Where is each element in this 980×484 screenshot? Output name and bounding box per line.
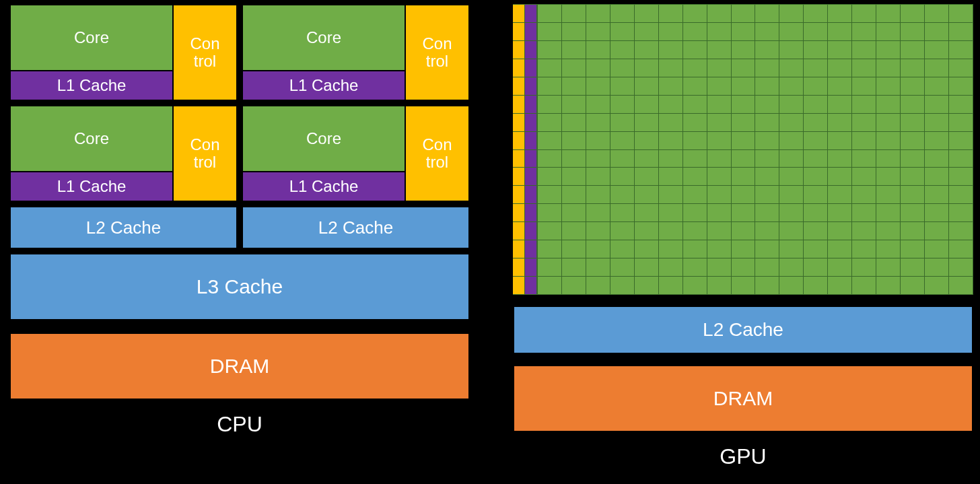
gpu-core-cell (635, 41, 659, 59)
gpu-core-cell (804, 186, 828, 204)
gpu-core-cell (804, 23, 828, 41)
gpu-core-cell (901, 114, 925, 132)
gpu-core-cell (925, 23, 949, 41)
gpu-core-cell (828, 222, 852, 240)
gpu-core-cell (828, 150, 852, 168)
gpu-core-cell (901, 41, 925, 59)
gpu-core-cell (562, 277, 586, 295)
gpu-core-cell (683, 258, 707, 277)
cpu-l1-cache: L1 Cache (243, 172, 405, 201)
gpu-core-cell (707, 258, 732, 277)
gpu-core-cell (610, 258, 635, 277)
gpu-core-cell (586, 96, 610, 114)
gpu-core-cell (586, 41, 610, 59)
gpu-core-cell (683, 96, 707, 114)
gpu-core-cell (659, 23, 683, 41)
gpu-core-cell (586, 204, 610, 222)
gpu-core-cell (876, 168, 901, 186)
gpu-core-cell (828, 77, 852, 96)
gpu-mini-l1 (525, 23, 537, 40)
gpu-core-cell (562, 222, 586, 240)
gpu-core-cell (683, 240, 707, 258)
gpu-mini-control (513, 5, 525, 22)
gpu-core-cell (562, 41, 586, 59)
gpu-l2-cache: L2 Cache (513, 306, 973, 354)
gpu-core-cell (659, 5, 683, 23)
gpu-mini-row (513, 77, 537, 96)
gpu-mini-l1 (525, 186, 537, 203)
gpu-core-cell (804, 114, 828, 132)
gpu-core-cell (779, 277, 804, 295)
gpu-mini-control (513, 96, 525, 113)
cpu-control: Control (172, 106, 236, 201)
cpu-core-block: Core L1 Cache Control (242, 4, 470, 101)
gpu-core-cell (707, 204, 732, 222)
gpu-core-cell (901, 150, 925, 168)
gpu-core-cell (707, 5, 732, 23)
gpu-core-cell (635, 114, 659, 132)
gpu-mini-row (513, 186, 537, 204)
gpu-mini-control (513, 77, 525, 95)
gpu-core-cell (925, 132, 949, 150)
gpu-core-cell (562, 77, 586, 96)
gpu-core-cell (538, 240, 562, 258)
gpu-core-cell (755, 168, 779, 186)
gpu-core-cell (610, 77, 635, 96)
gpu-core-cell (635, 5, 659, 23)
gpu-core-cell (635, 222, 659, 240)
gpu-core-cell (635, 23, 659, 41)
gpu-core-cell (659, 59, 683, 77)
gpu-core-cell (610, 5, 635, 23)
gpu-core-cell (901, 96, 925, 114)
gpu-core-cell (755, 5, 779, 23)
gpu-mini-l1 (525, 96, 537, 113)
gpu-core-cell (852, 5, 876, 23)
gpu-core-cell (732, 114, 756, 132)
gpu-mini-row (513, 240, 537, 258)
gpu-core-cell (755, 150, 779, 168)
gpu-core-cell (852, 59, 876, 77)
gpu-core-cell (876, 222, 901, 240)
gpu-core-cell (852, 277, 876, 295)
gpu-core-cell (538, 186, 562, 204)
cpu-core-row-2: Core L1 Cache Control Core L1 Cache Cont… (9, 105, 470, 202)
gpu-core-cell (804, 41, 828, 59)
gpu-core-cell (925, 150, 949, 168)
gpu-core-cell (779, 5, 804, 23)
gpu-mini-l1 (525, 59, 537, 77)
gpu-core-cell (949, 186, 973, 204)
gpu-core-cell (828, 23, 852, 41)
gpu-core-cell (683, 132, 707, 150)
gpu-core-cell (925, 114, 949, 132)
gpu-core-cell (562, 132, 586, 150)
gpu-core-cell (586, 59, 610, 77)
gpu-core-cell (755, 114, 779, 132)
gpu-core-cell (852, 258, 876, 277)
cpu-core-left: Core L1 Cache (243, 5, 405, 100)
gpu-core-cell (755, 132, 779, 150)
gpu-core-cell (635, 240, 659, 258)
gpu-core-cell (562, 5, 586, 23)
gpu-core-cell (732, 5, 756, 23)
gpu-mini-row (513, 132, 537, 150)
gpu-core-cell (610, 114, 635, 132)
gpu-core-cell (755, 258, 779, 277)
gpu-core-cell (586, 240, 610, 258)
gpu-core-cell (828, 5, 852, 23)
gpu-core-cell (949, 132, 973, 150)
gpu-mini-l1 (525, 5, 537, 22)
gpu-core-cell (876, 41, 901, 59)
gpu-core-cell (659, 204, 683, 222)
gpu-core-cell (635, 59, 659, 77)
gpu-core-cell (876, 277, 901, 295)
gpu-core-cell (755, 277, 779, 295)
gpu-core-cell (538, 23, 562, 41)
gpu-core-cell (828, 240, 852, 258)
gpu-core-cell (852, 41, 876, 59)
gpu-core-cell (732, 23, 756, 41)
gpu-core-cell (779, 258, 804, 277)
gpu-core-cell (659, 150, 683, 168)
gpu-core-cell (586, 168, 610, 186)
gpu-core-cell (852, 150, 876, 168)
gpu-core-cell (538, 204, 562, 222)
